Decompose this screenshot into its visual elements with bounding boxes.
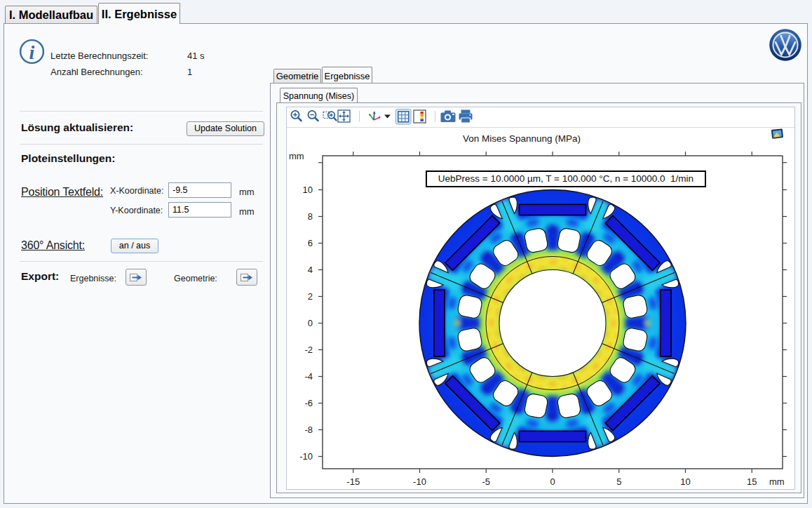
svg-text:10: 10 xyxy=(303,185,313,195)
svg-text:mm: mm xyxy=(769,476,785,487)
svg-text:-5: -5 xyxy=(482,476,490,487)
svg-text:4: 4 xyxy=(308,265,313,275)
svg-text:-2: -2 xyxy=(304,345,313,355)
svg-text:2: 2 xyxy=(308,291,313,302)
svg-text:0: 0 xyxy=(308,318,313,328)
svg-text:0: 0 xyxy=(550,476,555,487)
svg-text:-10: -10 xyxy=(299,451,313,462)
svg-text:15: 15 xyxy=(747,476,757,487)
svg-text:6: 6 xyxy=(308,238,313,248)
svg-text:-4: -4 xyxy=(304,371,313,382)
svg-text:-15: -15 xyxy=(346,476,360,487)
svg-text:mm: mm xyxy=(289,151,304,161)
svg-text:10: 10 xyxy=(680,476,690,487)
svg-text:i: i xyxy=(29,41,35,63)
svg-text:-8: -8 xyxy=(304,425,313,435)
svg-text:5: 5 xyxy=(616,476,621,487)
svg-text:8: 8 xyxy=(308,211,313,222)
svg-text:-10: -10 xyxy=(413,476,426,487)
svg-text:-6: -6 xyxy=(304,398,313,408)
